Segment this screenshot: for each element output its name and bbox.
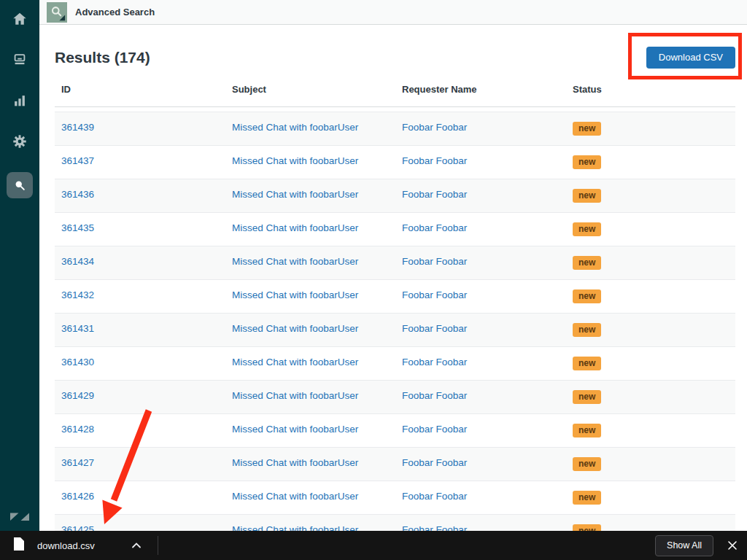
sidebar [0,0,39,560]
table-row: 361426 Missed Chat with foobarUser Fooba… [55,481,735,514]
downloaded-file-chip[interactable]: download.csv [0,531,142,560]
status-badge: new [573,424,601,438]
table-body: 361439 Missed Chat with foobarUser Fooba… [55,112,735,560]
status-badge: new [573,390,601,404]
ticket-id-link[interactable]: 361428 [61,424,94,435]
ticket-id-link[interactable]: 361432 [61,289,94,300]
table-row: 361429 Missed Chat with foobarUser Fooba… [55,380,735,413]
requester-name-link[interactable]: Foobar Foobar [402,390,467,401]
ticket-id-link[interactable]: 361437 [61,155,94,166]
ticket-subject-link[interactable]: Missed Chat with foobarUser [232,323,358,334]
status-badge: new [573,491,601,505]
ticket-subject-link[interactable]: Missed Chat with foobarUser [232,122,358,133]
sidebar-item-reports[interactable] [7,88,33,114]
status-badge: new [573,289,601,303]
ticket-subject-link[interactable]: Missed Chat with foobarUser [232,390,358,401]
status-badge: new [573,122,601,136]
requester-name-link[interactable]: Foobar Foobar [402,222,467,233]
results-table: ID Subject Requester Name Status 361439 … [55,79,735,560]
ticket-subject-link[interactable]: Missed Chat with foobarUser [232,289,358,300]
top-header: Advanced Search [39,0,747,25]
ticket-subject-link[interactable]: Missed Chat with foobarUser [232,357,358,368]
ticket-id-link[interactable]: 361427 [61,457,94,468]
ticket-id-link[interactable]: 361435 [61,222,94,233]
column-header-requester: Requester Name [395,79,566,106]
ticket-subject-link[interactable]: Missed Chat with foobarUser [232,189,358,200]
table-row: 361439 Missed Chat with foobarUser Fooba… [55,112,735,145]
status-badge: new [573,323,601,337]
table-header-row: ID Subject Requester Name Status [55,79,735,107]
ticket-id-link[interactable]: 361429 [61,390,94,401]
sidebar-item-home[interactable] [7,6,33,32]
ticket-subject-link[interactable]: Missed Chat with foobarUser [232,155,358,166]
ticket-id-link[interactable]: 361439 [61,122,94,133]
chevron-up-icon[interactable] [131,542,142,549]
table-row: 361432 Missed Chat with foobarUser Fooba… [55,279,735,313]
home-icon [12,11,28,27]
ticket-subject-link[interactable]: Missed Chat with foobarUser [232,457,358,468]
status-badge: new [573,256,601,270]
requester-name-link[interactable]: Foobar Foobar [402,189,467,200]
status-badge: new [573,457,601,471]
status-badge: new [573,357,601,370]
downloads-bar: download.csv Show All [0,531,747,560]
status-badge: new [573,155,601,169]
requester-name-link[interactable]: Foobar Foobar [402,323,467,334]
download-csv-button[interactable]: Download CSV [646,47,735,69]
status-badge: new [573,189,601,203]
ticket-id-link[interactable]: 361431 [61,323,94,334]
show-all-button[interactable]: Show All [655,535,713,556]
ticket-subject-link[interactable]: Missed Chat with foobarUser [232,222,358,233]
ticket-id-link[interactable]: 361426 [61,491,94,502]
main-content: Results (174) Download CSV ID Subject Re… [39,26,747,560]
ticket-id-link[interactable]: 361434 [61,256,94,267]
views-icon [12,52,28,68]
column-header-id: ID [55,79,225,106]
page-title: Advanced Search [75,7,155,18]
requester-name-link[interactable]: Foobar Foobar [402,289,467,300]
requester-name-link[interactable]: Foobar Foobar [402,457,467,468]
table-row: 361428 Missed Chat with foobarUser Fooba… [55,413,735,447]
search-app-icon [48,4,66,21]
search-icon [12,178,27,192]
ticket-id-link[interactable]: 361436 [61,189,94,200]
close-icon[interactable] [724,537,741,554]
table-row: 361431 Missed Chat with foobarUser Fooba… [55,313,735,346]
table-row: 361430 Missed Chat with foobarUser Fooba… [55,346,735,380]
table-row: 361435 Missed Chat with foobarUser Fooba… [55,212,735,246]
column-header-subject: Subject [225,79,395,106]
table-row: 361434 Missed Chat with foobarUser Fooba… [55,246,735,279]
ticket-id-link[interactable]: 361430 [61,357,94,368]
table-row: 361427 Missed Chat with foobarUser Fooba… [55,447,735,481]
reports-icon [12,93,28,109]
sidebar-item-settings[interactable] [7,128,33,155]
requester-name-link[interactable]: Foobar Foobar [402,491,467,502]
requester-name-link[interactable]: Foobar Foobar [402,155,467,166]
gear-icon [12,133,28,149]
zendesk-logo [10,508,29,527]
sidebar-item-search[interactable] [7,172,33,198]
file-icon [13,537,25,554]
ticket-subject-link[interactable]: Missed Chat with foobarUser [232,256,358,267]
downloads-bar-divider [158,536,158,555]
advanced-search-app-icon [47,2,67,23]
ticket-subject-link[interactable]: Missed Chat with foobarUser [232,424,358,435]
requester-name-link[interactable]: Foobar Foobar [402,256,467,267]
table-row: 361436 Missed Chat with foobarUser Fooba… [55,179,735,212]
column-header-status: Status [566,79,735,106]
downloaded-file-name: download.csv [37,540,95,551]
requester-name-link[interactable]: Foobar Foobar [402,122,467,133]
requester-name-link[interactable]: Foobar Foobar [402,357,467,368]
status-badge: new [573,222,601,236]
table-row: 361437 Missed Chat with foobarUser Fooba… [55,145,735,179]
ticket-subject-link[interactable]: Missed Chat with foobarUser [232,491,358,502]
sidebar-item-views[interactable] [7,47,33,73]
requester-name-link[interactable]: Foobar Foobar [402,424,467,435]
results-heading: Results (174) [55,49,150,66]
